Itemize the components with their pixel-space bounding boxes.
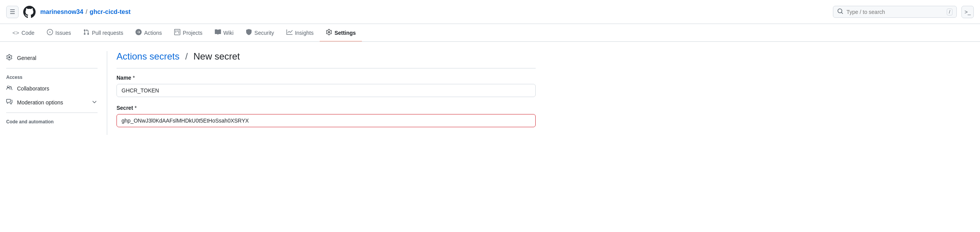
- tab-security-label: Security: [254, 30, 274, 36]
- tab-insights[interactable]: Insights: [280, 24, 320, 42]
- repo-name[interactable]: ghcr-cicd-test: [90, 9, 131, 15]
- repo-owner[interactable]: marinesnow34: [40, 9, 83, 15]
- tab-insights-label: Insights: [295, 30, 314, 36]
- tab-projects-label: Projects: [183, 30, 202, 36]
- secret-label: Secret *: [117, 105, 536, 111]
- github-logo[interactable]: [23, 6, 36, 18]
- sidebar-divider-2: [6, 113, 98, 113]
- collaborators-icon: [6, 85, 14, 92]
- page-title-current: New secret: [194, 51, 240, 61]
- tab-pull-requests-label: Pull requests: [92, 30, 123, 36]
- tab-issues[interactable]: Issues: [41, 24, 77, 42]
- sidebar-collaborators-label: Collaborators: [17, 85, 49, 92]
- pull-requests-icon: [83, 29, 89, 36]
- tab-actions[interactable]: Actions: [129, 24, 168, 42]
- sidebar-moderation-label: Moderation options: [17, 99, 63, 106]
- tab-settings[interactable]: Settings: [320, 24, 362, 42]
- tab-projects[interactable]: Projects: [168, 24, 209, 42]
- form-secret-group: Secret *: [117, 105, 536, 127]
- sidebar-general-label: General: [17, 55, 36, 61]
- page-title-link[interactable]: Actions secrets: [117, 51, 180, 61]
- secret-input[interactable]: [117, 114, 536, 127]
- issues-icon: [47, 29, 53, 36]
- sidebar-item-moderation[interactable]: Moderation options: [6, 96, 98, 109]
- search-input[interactable]: [846, 9, 944, 15]
- sidebar-section-code-automation: Code and automation: [6, 116, 98, 126]
- actions-icon: [135, 29, 142, 36]
- sidebar-item-general[interactable]: General: [6, 51, 98, 65]
- top-nav: ☰ marinesnow34 / ghcr-cicd-test / >_: [0, 0, 980, 24]
- settings-icon: [326, 29, 332, 36]
- sidebar-item-collaborators[interactable]: Collaborators: [6, 82, 98, 96]
- tab-actions-label: Actions: [144, 30, 162, 36]
- search-kbd: /: [947, 9, 953, 15]
- wiki-icon: [215, 29, 221, 36]
- main-content: General Access Collaborators Moderation …: [0, 42, 542, 144]
- tab-code[interactable]: <> Code: [6, 25, 41, 41]
- insights-icon: [286, 29, 293, 36]
- terminal-icon: >_: [965, 9, 971, 15]
- tab-wiki[interactable]: Wiki: [209, 24, 240, 42]
- moderation-icon: [6, 99, 14, 106]
- sidebar-section-access: Access: [6, 72, 98, 82]
- repo-nav: <> Code Issues Pull requests Actions Pro…: [0, 24, 980, 42]
- code-icon: <>: [12, 29, 19, 36]
- hamburger-button[interactable]: ☰: [6, 6, 19, 18]
- search-icon: [837, 8, 843, 15]
- tab-issues-label: Issues: [55, 30, 71, 36]
- hamburger-icon: ☰: [10, 8, 15, 15]
- projects-icon: [174, 29, 180, 36]
- page-title-separator: /: [185, 51, 188, 61]
- repo-breadcrumb: marinesnow34 / ghcr-cicd-test: [40, 9, 130, 15]
- sidebar: General Access Collaborators Moderation …: [6, 51, 107, 135]
- terminal-button[interactable]: >_: [961, 6, 974, 18]
- form-name-group: Name *: [117, 75, 536, 97]
- gear-icon: [6, 54, 14, 62]
- sidebar-divider-1: [6, 68, 98, 68]
- name-label: Name *: [117, 75, 536, 81]
- page-title: Actions secrets / New secret: [117, 51, 536, 68]
- search-box[interactable]: /: [833, 6, 957, 18]
- chevron-down-icon: [91, 99, 98, 106]
- tab-security[interactable]: Security: [240, 24, 280, 42]
- tab-pull-requests[interactable]: Pull requests: [77, 24, 129, 42]
- tab-settings-label: Settings: [334, 30, 356, 36]
- security-icon: [246, 29, 252, 36]
- page-content: Actions secrets / New secret Name * Secr…: [107, 51, 536, 135]
- tab-wiki-label: Wiki: [223, 30, 233, 36]
- name-input[interactable]: [117, 84, 536, 97]
- breadcrumb-slash: /: [86, 9, 87, 15]
- tab-code-label: Code: [22, 30, 34, 36]
